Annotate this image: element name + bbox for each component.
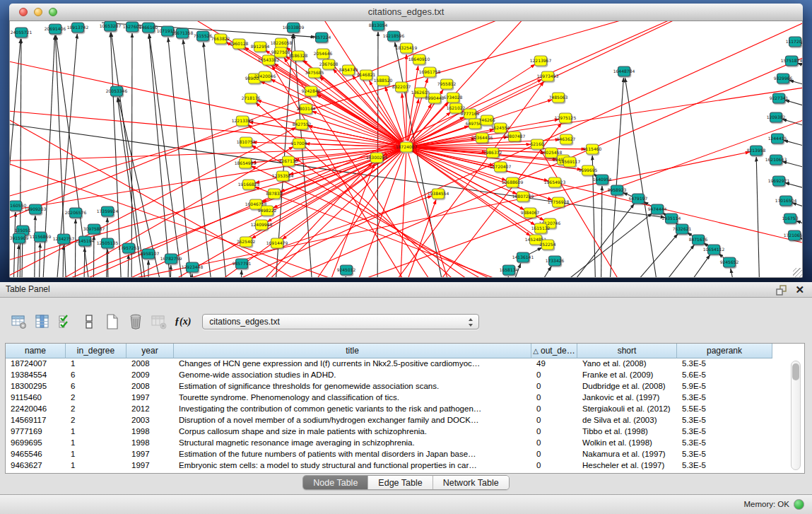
table-cell[interactable]: 5.3E-5 — [677, 392, 772, 404]
graph-node[interactable]: 30975887 — [83, 224, 105, 234]
table-cell[interactable]: Franke et al. (2009) — [577, 370, 677, 381]
table-cell[interactable]: Changes of HCN gene expression and I(f) … — [174, 358, 531, 370]
column-header[interactable]: in_degree — [66, 344, 126, 358]
graph-node[interactable]: 24055721 — [11, 28, 33, 37]
table-cell[interactable]: 0 — [531, 426, 577, 438]
close-panel-icon[interactable]: ✕ — [795, 282, 804, 297]
graph-node[interactable]: 7632621 — [673, 224, 692, 234]
table-cell[interactable]: 1 — [66, 358, 126, 370]
graph-node[interactable]: 9466160 — [139, 23, 158, 33]
float-panel-icon[interactable] — [775, 284, 787, 296]
table-vertical-scrollbar[interactable] — [791, 361, 801, 470]
graph-node[interactable]: 20206576 — [65, 208, 87, 218]
graph-node[interactable]: 10807487 — [504, 132, 526, 141]
graph-node[interactable]: 2054646 — [314, 49, 333, 59]
graph-node[interactable]: 8958923 — [608, 185, 627, 195]
graph-node[interactable]: 16033809 — [283, 23, 305, 33]
graph-node[interactable]: 15751874 — [781, 56, 802, 66]
graph-node[interactable]: 19218596 — [383, 31, 405, 41]
table-row[interactable]: 977716911998Corpus callosum shape and si… — [6, 426, 772, 438]
column-header[interactable]: △out_de… — [531, 344, 577, 358]
graph-node[interactable]: 11156869 — [30, 232, 52, 242]
graph-node[interactable]: 252254 — [540, 240, 556, 250]
table-cell[interactable]: 0 — [531, 381, 577, 392]
table-cell[interactable]: 18300295 — [6, 381, 66, 392]
table-cell[interactable]: 2008 — [126, 358, 174, 370]
window-titlebar[interactable]: citations_edges.txt — [9, 4, 803, 21]
graph-node[interactable]: 7515526 — [194, 31, 213, 41]
column-header[interactable]: pagerank — [677, 344, 772, 358]
table-cell[interactable]: 1997 — [126, 449, 174, 460]
table-row[interactable]: 1456911722003Disruption of a novel membe… — [6, 415, 772, 426]
graph-node[interactable]: 7955812 — [437, 79, 457, 89]
table-row[interactable]: 2242004622012Investigating the contribut… — [6, 404, 772, 415]
table-cell[interactable]: Jankovic et al. (1997) — [577, 392, 677, 404]
graph-node[interactable]: 17359924 — [97, 206, 119, 216]
table-cell[interactable]: 18724007 — [6, 358, 66, 370]
table-cell[interactable]: 9115460 — [6, 392, 66, 404]
new-table-icon[interactable] — [103, 313, 122, 331]
table-cell[interactable]: Dudbridge et al. (2008) — [577, 381, 677, 392]
graph-node[interactable]: 62160 — [530, 139, 543, 149]
graph-node[interactable]: 887833 — [266, 189, 283, 199]
graph-node[interactable]: 8454749 — [339, 65, 358, 75]
table-cell[interactable]: Hescheler et al. (1997) — [577, 460, 677, 472]
table-cell[interactable]: 9777169 — [6, 426, 66, 438]
table-cell[interactable]: 2 — [66, 415, 126, 426]
table-cell[interactable]: Yano et al. (2008) — [577, 358, 677, 370]
graph-node[interactable]: 19692971 — [768, 176, 790, 186]
table-cell[interactable]: 1998 — [126, 426, 174, 438]
table-options-icon[interactable] — [10, 313, 28, 331]
graph-node[interactable]: 9463627 — [557, 134, 576, 144]
table-cell[interactable]: Investigating the contribution of common… — [174, 404, 531, 415]
resize-grip-icon[interactable] — [793, 268, 802, 277]
graph-node[interactable]: 19166825 — [238, 180, 260, 189]
table-cell[interactable]: Genome-wide association studies in ADHD. — [174, 370, 531, 381]
table-row[interactable]: 1938455462009Genome-wide association stu… — [6, 370, 772, 381]
table-cell[interactable]: 2008 — [126, 381, 174, 392]
graph-node[interactable]: 16961758 — [419, 67, 441, 77]
graph-node[interactable]: 1117204 — [786, 37, 802, 47]
tab-edge-table[interactable]: Edge Table — [367, 476, 432, 489]
graph-node[interactable]: 14136141 — [512, 252, 534, 262]
table-cell[interactable]: 6 — [66, 370, 126, 381]
table-cell[interactable]: Structural magnetic resonance image aver… — [174, 438, 531, 449]
table-cell[interactable]: Wolkin et al. (1998) — [577, 438, 677, 449]
table-cell[interactable]: 2 — [66, 392, 126, 404]
table-cell[interactable]: 9463627 — [6, 460, 66, 472]
table-cell[interactable]: 49 — [531, 358, 577, 370]
table-cell[interactable]: 0 — [531, 404, 577, 415]
table-row[interactable]: 946554611997Estimation of the future num… — [6, 449, 772, 460]
table-cell[interactable]: 14569117 — [6, 415, 66, 426]
graph-node[interactable]: 18325419 — [396, 43, 418, 53]
graph-node[interactable]: 8322037 — [392, 82, 411, 92]
table-cell[interactable]: 9465546 — [6, 449, 66, 460]
graph-node[interactable]: 2935114 — [662, 214, 681, 223]
table-cell[interactable]: de Silva et al. (2003) — [577, 415, 677, 426]
table-cell[interactable]: 0 — [531, 460, 577, 472]
graph-node[interactable]: 18913742 — [67, 23, 89, 33]
table-cell[interactable]: 5.3E-5 — [677, 438, 772, 449]
table-cell[interactable]: 0 — [531, 415, 577, 426]
table-cell[interactable]: Tibbo et al. (1998) — [577, 426, 677, 438]
close-button[interactable] — [19, 8, 28, 16]
table-cell[interactable]: 1 — [66, 426, 126, 438]
graph-node[interactable]: 116753 — [782, 214, 799, 223]
table-cell[interactable]: 9699695 — [6, 438, 66, 449]
graph-node[interactable]: 8813054 — [369, 21, 388, 30]
table-cell[interactable]: 0 — [531, 392, 577, 404]
graph-node[interactable]: 18640910 — [408, 54, 430, 64]
column-header[interactable]: name — [6, 344, 66, 358]
graph-node[interactable]: 8960128 — [230, 39, 249, 49]
table-cell[interactable]: 5.3E-5 — [677, 449, 772, 460]
row-height-icon[interactable] — [80, 313, 98, 331]
graph-node[interactable]: 9227341 — [770, 93, 789, 103]
table-cell[interactable]: 1998 — [126, 438, 174, 449]
graph-node[interactable]: 9245012 — [337, 265, 356, 275]
graph-node[interactable]: 19384554 — [428, 189, 449, 199]
table-cell[interactable]: 0 — [531, 449, 577, 460]
graph-node[interactable]: 7986372 — [483, 148, 502, 158]
graph-node[interactable]: 12923448 — [182, 262, 204, 272]
table-cell[interactable]: 1997 — [126, 460, 174, 472]
graph-node[interactable]: 1209382 — [767, 112, 786, 122]
